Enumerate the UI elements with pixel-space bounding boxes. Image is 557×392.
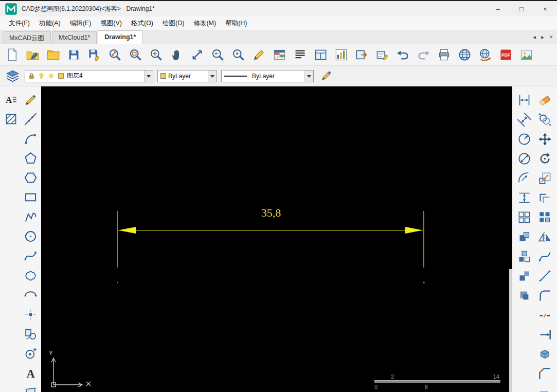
tool-line[interactable]	[22, 92, 39, 109]
tool-hatch[interactable]	[3, 111, 20, 128]
drawing-canvas[interactable]: 35,8 Y 2 14	[41, 86, 512, 392]
toolbar-button-zoom-window[interactable]	[126, 45, 145, 64]
toolbar-button-sheet-chart[interactable]	[332, 45, 351, 64]
tool-polyline[interactable]	[22, 208, 39, 225]
toolbar-button-zoom-dynamic[interactable]	[188, 45, 207, 64]
tab-mxcad-cloud[interactable]: MxCAD云图	[3, 31, 51, 44]
tool-text-style[interactable]: A	[3, 92, 20, 109]
tool-spline-edit[interactable]	[536, 248, 553, 265]
tool-dim-diameter[interactable]	[516, 150, 533, 167]
tool-polygon[interactable]	[22, 169, 39, 186]
tool-spline[interactable]	[22, 247, 39, 264]
tool-dim-arc-length[interactable]	[516, 170, 533, 187]
tool-extend[interactable]	[536, 326, 553, 343]
tool-arc[interactable]	[22, 130, 39, 147]
tool-erase[interactable]	[536, 92, 553, 109]
tool-fillet[interactable]	[536, 287, 553, 304]
toolbar-button-save[interactable]	[64, 45, 83, 64]
tool-copy-object[interactable]	[22, 326, 39, 343]
toolbar-button-insert-image[interactable]	[517, 45, 536, 64]
tool-revision-cloud[interactable]	[22, 267, 39, 284]
tab-mxcloud1[interactable]: MxCloud1*	[52, 31, 97, 44]
tool-dim-linear[interactable]	[516, 92, 533, 109]
tool-construction-line[interactable]	[22, 111, 39, 128]
tool-dim-radius[interactable]	[516, 131, 533, 148]
vertical-scrollbar[interactable]	[509, 269, 512, 392]
toolbar-button-new-file[interactable]	[3, 45, 22, 64]
tool-scale[interactable]	[536, 170, 553, 187]
toolbar-button-zoom-extents[interactable]	[105, 45, 124, 64]
tab-scroll-left-icon[interactable]: ◂	[533, 33, 536, 41]
tool-offset[interactable]	[536, 189, 553, 206]
maximize-button[interactable]: □	[510, 1, 533, 16]
toolbar-button-zoom-object[interactable]	[229, 45, 248, 64]
toolbar-button-web[interactable]	[455, 45, 474, 64]
tool-array[interactable]	[536, 209, 553, 226]
tool-mirror[interactable]	[536, 228, 553, 245]
tool-align[interactable]	[536, 385, 553, 392]
color-dropdown[interactable]: ByLayer	[157, 70, 217, 82]
menu-item-edit[interactable]: 编辑(E)	[65, 17, 96, 30]
draworder-button[interactable]	[318, 68, 334, 84]
menu-item-format[interactable]: 格式(O)	[127, 17, 158, 30]
menu-item-modify[interactable]: 修改(M)	[189, 17, 221, 30]
toolbar-button-draw-pencil[interactable]	[249, 45, 268, 64]
menu-item-draw[interactable]: 绘图(D)	[158, 17, 189, 30]
toolbar-button-redo[interactable]	[414, 45, 433, 64]
tool-explode[interactable]	[536, 346, 553, 363]
tool-dim-vertical[interactable]	[516, 189, 533, 206]
tool-wipeout[interactable]	[22, 384, 39, 392]
toolbar-button-zoom-previous[interactable]	[208, 45, 227, 64]
tool-rectangle[interactable]	[22, 189, 39, 206]
tool-rotate[interactable]	[536, 150, 553, 167]
tool-text[interactable]: A	[22, 365, 39, 382]
tool-copy[interactable]	[536, 111, 553, 128]
toolbar-button-send-annotate[interactable]	[373, 45, 392, 64]
color-chevron-down-icon[interactable]	[208, 70, 217, 82]
tool-ellipse-arc[interactable]	[22, 287, 39, 304]
tool-diagonal-line[interactable]	[536, 268, 553, 284]
toolbar-button-table[interactable]	[270, 45, 289, 64]
layer-manager-button[interactable]	[4, 68, 21, 84]
tool-chamfer[interactable]	[536, 365, 553, 382]
layer-dropdown[interactable]: 图层4	[25, 70, 153, 82]
tool-circle[interactable]	[22, 228, 39, 245]
linetype-chevron-down-icon[interactable]	[304, 70, 313, 82]
tab-scroll-right-icon[interactable]: ▸	[541, 33, 544, 41]
tool-pentagon[interactable]	[22, 150, 39, 167]
menu-item-view[interactable]: 视图(V)	[96, 17, 127, 30]
close-button[interactable]: ×	[533, 1, 557, 16]
linear-dimension[interactable]: 35,8	[117, 206, 425, 283]
tool-viewports[interactable]	[516, 209, 533, 226]
toolbar-button-undo[interactable]	[393, 45, 412, 64]
tool-move[interactable]	[536, 131, 553, 148]
toolbar-button-viewport[interactable]	[311, 45, 330, 64]
tab-drawing1[interactable]: Drawing1*	[98, 30, 142, 44]
toolbar-button-mtext[interactable]	[291, 45, 310, 64]
tool-block-pair[interactable]	[516, 268, 533, 284]
minimize-button[interactable]: –	[486, 1, 510, 16]
tool-block-group[interactable]	[516, 287, 533, 304]
tool-dim-aligned[interactable]	[516, 111, 533, 128]
toolbar-button-pdf-export[interactable]: PDF	[496, 45, 515, 64]
tool-block-insert[interactable]	[516, 228, 533, 245]
menu-item-function[interactable]: 功能(A)	[34, 17, 65, 30]
toolbar-button-open-edit[interactable]	[23, 45, 42, 64]
toolbar-button-print[interactable]	[435, 45, 454, 64]
toolbar-button-pan[interactable]	[167, 45, 186, 64]
tool-donut[interactable]	[22, 345, 39, 362]
toolbar-button-export-view[interactable]	[352, 45, 371, 64]
tool-block-array[interactable]	[516, 248, 533, 265]
toolbar-button-web-publish[interactable]	[476, 45, 495, 64]
toolbar-button-open-folder[interactable]	[44, 45, 63, 64]
tool-point[interactable]	[22, 306, 39, 323]
linetype-dropdown[interactable]: ByLayer	[221, 70, 314, 82]
layer-chevron-down-icon[interactable]	[144, 70, 153, 82]
toolbar-button-zoom-in[interactable]	[147, 45, 166, 64]
toolbar-button-save-as[interactable]	[85, 45, 104, 64]
tab-close-icon[interactable]: ×	[549, 33, 553, 41]
menu-item-help[interactable]: 帮助(H)	[221, 17, 251, 30]
tool-break[interactable]	[536, 307, 553, 324]
ruler-bar[interactable]	[374, 380, 500, 383]
menu-item-file[interactable]: 文件(F)	[4, 17, 34, 30]
